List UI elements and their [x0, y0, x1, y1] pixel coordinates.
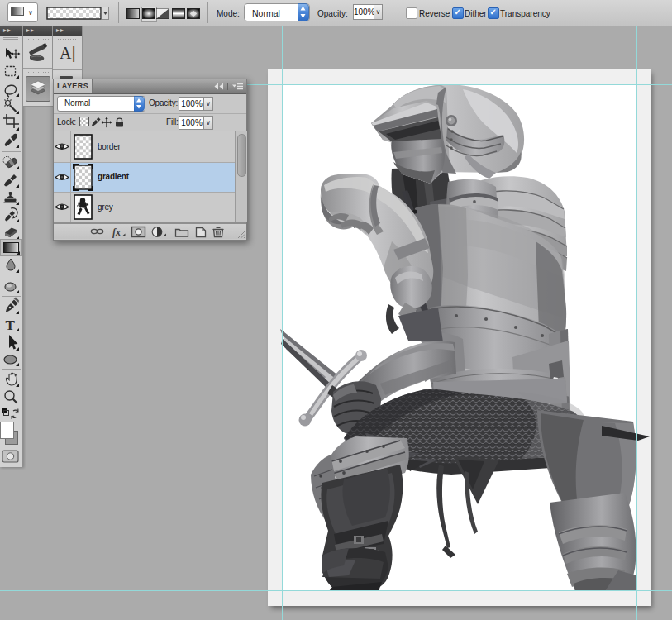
svg-text:fx: fx — [112, 227, 121, 238]
svg-text:T: T — [6, 317, 16, 333]
